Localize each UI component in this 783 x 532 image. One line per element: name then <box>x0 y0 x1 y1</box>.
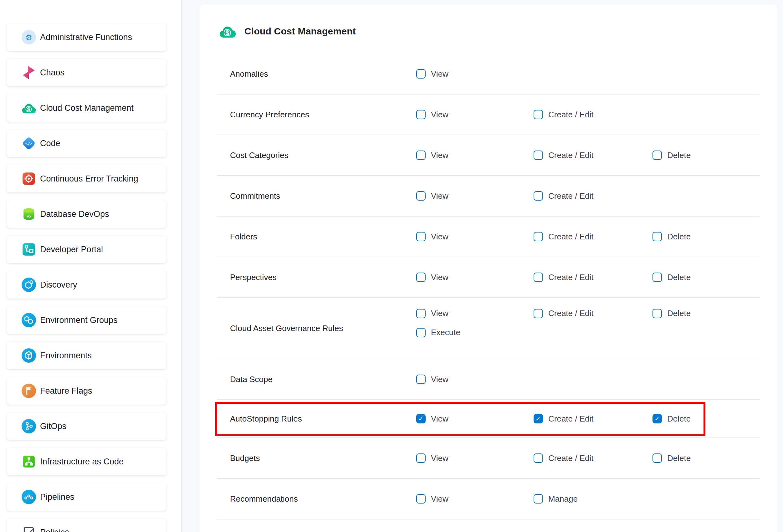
permission-label: Create / Edit <box>548 232 594 242</box>
permission-recommendations-view[interactable]: View <box>416 494 448 504</box>
permission-cell: Delete <box>653 273 760 282</box>
sidebar-item-label: Policies <box>40 528 69 532</box>
infrastructure-as-code-icon <box>22 455 36 469</box>
permission-cell: Delete <box>653 298 760 318</box>
checkbox-unchecked[interactable] <box>653 232 662 241</box>
permission-recommendations-manage[interactable]: Manage <box>534 494 578 504</box>
permission-cloud-asset-governance-rules-create-edit[interactable]: Create / Edit <box>534 309 594 318</box>
checkbox-unchecked[interactable] <box>534 151 543 160</box>
permission-data-scope-view[interactable]: View <box>416 375 448 384</box>
checkbox-unchecked[interactable] <box>534 191 543 200</box>
checkbox-checked[interactable] <box>534 414 543 424</box>
sidebar-item-feature-flags[interactable]: Feature Flags <box>7 377 166 405</box>
database-devops-icon: ∞ <box>22 207 36 221</box>
checkbox-unchecked[interactable] <box>534 309 543 318</box>
checkbox-unchecked[interactable] <box>416 191 426 200</box>
permission-cell: Delete <box>653 414 760 424</box>
checkbox-unchecked[interactable] <box>653 453 662 463</box>
sidebar-item-policies[interactable]: Policies <box>7 519 166 532</box>
permission-cell: Delete <box>653 453 760 463</box>
sidebar-item-chaos[interactable]: Chaos <box>7 59 166 86</box>
checkbox-unchecked[interactable] <box>534 494 543 503</box>
permission-label: Create / Edit <box>548 414 594 424</box>
resource-label: Data Scope <box>230 375 416 384</box>
permission-commitments-create-edit[interactable]: Create / Edit <box>534 191 594 201</box>
permission-autostopping-rules-create-edit[interactable]: Create / Edit <box>534 414 594 424</box>
permission-folders-create-edit[interactable]: Create / Edit <box>534 232 594 242</box>
checkbox-unchecked[interactable] <box>416 273 426 282</box>
sidebar-item-infrastructure-as-code[interactable]: Infrastructure as Code <box>7 448 166 475</box>
permission-folders-delete[interactable]: Delete <box>653 232 691 242</box>
main-panel: $ Cloud Cost Management AnomaliesViewCur… <box>182 0 783 532</box>
checkbox-unchecked[interactable] <box>653 273 662 282</box>
checkbox-unchecked[interactable] <box>416 232 426 241</box>
permission-label: View <box>431 375 448 384</box>
permission-perspectives-delete[interactable]: Delete <box>653 273 691 282</box>
permission-currency-preferences-view[interactable]: View <box>416 110 448 120</box>
sidebar-item-continuous-error-tracking[interactable]: Continuous Error Tracking <box>7 165 166 192</box>
checkbox-unchecked[interactable] <box>416 453 426 463</box>
permission-anomalies-view[interactable]: View <box>416 69 448 79</box>
sidebar-item-code[interactable]: </>Code <box>7 130 166 157</box>
sidebar-item-label: Discovery <box>40 280 77 290</box>
permission-cloud-asset-governance-rules-view[interactable]: View <box>416 309 534 318</box>
checkbox-unchecked[interactable] <box>416 110 426 119</box>
checkbox-checked[interactable] <box>416 414 426 424</box>
checkbox-unchecked[interactable] <box>534 110 543 119</box>
permission-label: View <box>431 494 448 504</box>
checkbox-unchecked[interactable] <box>416 375 426 384</box>
checkbox-unchecked[interactable] <box>534 453 543 463</box>
checkbox-unchecked[interactable] <box>416 494 426 503</box>
permission-row-folders: FoldersViewCreate / EditDelete <box>217 217 760 257</box>
permission-currency-preferences-create-edit[interactable]: Create / Edit <box>534 110 594 120</box>
sidebar-item-database-devops[interactable]: ∞Database DevOps <box>7 200 166 228</box>
permission-cell: Create / Edit <box>534 151 653 160</box>
permission-label: Delete <box>667 273 691 282</box>
sidebar-item-cloud-cost-management[interactable]: $Cloud Cost Management <box>7 94 166 122</box>
permission-cost-categories-view[interactable]: View <box>416 151 448 160</box>
sidebar-item-administrative-functions[interactable]: ⚙Administrative Functions <box>7 24 166 51</box>
resource-label: Perspectives <box>230 273 416 282</box>
checkbox-unchecked[interactable] <box>653 309 662 318</box>
checkbox-unchecked[interactable] <box>416 309 426 318</box>
permission-cloud-asset-governance-rules-execute[interactable]: Execute <box>416 327 534 337</box>
permission-perspectives-create-edit[interactable]: Create / Edit <box>534 273 594 282</box>
permission-cost-categories-delete[interactable]: Delete <box>653 151 691 160</box>
chaos-icon <box>22 65 36 80</box>
checkbox-unchecked[interactable] <box>416 69 426 79</box>
checkbox-unchecked[interactable] <box>653 151 662 160</box>
sidebar-item-developer-portal[interactable]: Developer Portal <box>7 236 166 263</box>
sidebar-item-environment-groups[interactable]: Environment Groups <box>7 306 166 334</box>
pipelines-icon <box>22 490 36 504</box>
permission-label: Delete <box>667 414 691 424</box>
discovery-icon <box>22 278 36 292</box>
administrative-functions-icon: ⚙ <box>22 30 36 44</box>
permission-cell: View <box>416 273 534 282</box>
permission-budgets-view[interactable]: View <box>416 453 448 463</box>
permission-budgets-delete[interactable]: Delete <box>653 453 691 463</box>
sidebar-item-pipelines[interactable]: Pipelines <box>7 483 166 511</box>
resource-label: Cost Categories <box>230 151 416 160</box>
permission-autostopping-rules-view[interactable]: View <box>416 414 448 424</box>
checkbox-checked[interactable] <box>653 414 662 424</box>
checkbox-unchecked[interactable] <box>416 328 426 337</box>
sidebar-item-label: Continuous Error Tracking <box>40 174 138 184</box>
checkbox-unchecked[interactable] <box>416 151 426 160</box>
permission-budgets-create-edit[interactable]: Create / Edit <box>534 453 594 463</box>
permission-label: View <box>431 309 448 318</box>
permission-perspectives-view[interactable]: View <box>416 273 448 282</box>
sidebar-item-environments[interactable]: Environments <box>7 342 166 369</box>
permission-label: Execute <box>431 327 460 337</box>
environments-icon <box>22 348 36 363</box>
sidebar-item-discovery[interactable]: Discovery <box>7 271 166 299</box>
permission-cloud-asset-governance-rules-delete[interactable]: Delete <box>653 309 691 318</box>
sidebar-item-gitops[interactable]: GitOps <box>7 412 166 440</box>
permission-cost-categories-create-edit[interactable]: Create / Edit <box>534 151 594 160</box>
checkbox-unchecked[interactable] <box>534 232 543 241</box>
permission-row-cost-categories: Cost CategoriesViewCreate / EditDelete <box>217 135 760 176</box>
checkbox-unchecked[interactable] <box>534 273 543 282</box>
page-title: Cloud Cost Management <box>244 26 356 37</box>
permission-commitments-view[interactable]: View <box>416 191 448 201</box>
permission-autostopping-rules-delete[interactable]: Delete <box>653 414 691 424</box>
permission-folders-view[interactable]: View <box>416 232 448 242</box>
